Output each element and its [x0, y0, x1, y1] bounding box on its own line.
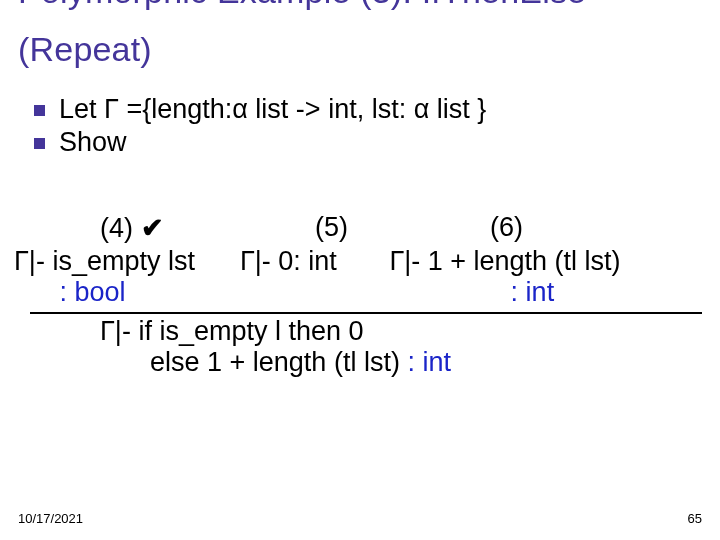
conclusion-line2: else 1 + length (tl lst) : int [150, 347, 720, 378]
premise-1: Γ|- is_empty lst [14, 246, 195, 276]
slide-title-line2: (Repeat) [18, 30, 152, 69]
check-icon: ✔ [141, 213, 164, 243]
bullet-text: Let Γ ={length:α list -> int, lst: α lis… [59, 94, 486, 125]
conclusion-line1: Γ|- if is_empty l then 0 [100, 316, 720, 347]
footer-date: 10/17/2021 [18, 511, 83, 526]
conclusion-type: : int [407, 347, 451, 377]
premise-types-row: : bool : int [0, 277, 720, 308]
slide: Polymorphic Example (3): IfThenElse (Rep… [0, 0, 720, 540]
premise-2: Γ|- 0: int [240, 246, 337, 276]
premises-row: Γ|- is_empty lst Γ|- 0: int Γ|- 1 + leng… [14, 246, 720, 277]
bullet-list: Let Γ ={length:α list -> int, lst: α lis… [34, 94, 486, 160]
slide-title-line1: Polymorphic Example (3): IfThenElse [18, 0, 586, 11]
premise-3-type: : int [511, 277, 555, 307]
premise-numbers-row: (4) ✔ (5) (6) [100, 212, 720, 244]
footer-page-number: 65 [688, 511, 702, 526]
premise-number: (6) [490, 212, 523, 244]
inference-line [30, 312, 702, 314]
bullet-text: Show [59, 127, 127, 158]
premise-number: (4) ✔ [100, 212, 315, 244]
bullet-item: Show [34, 127, 486, 158]
premise-1-type: : bool [60, 277, 126, 307]
bullet-square-icon [34, 105, 45, 116]
premise-3: Γ|- 1 + length (tl lst) [389, 246, 620, 276]
derivation-block: (4) ✔ (5) (6) Γ|- is_empty lst Γ|- 0: in… [0, 212, 720, 378]
bullet-square-icon [34, 138, 45, 149]
bullet-item: Let Γ ={length:α list -> int, lst: α lis… [34, 94, 486, 125]
premise-number: (5) [315, 212, 490, 244]
